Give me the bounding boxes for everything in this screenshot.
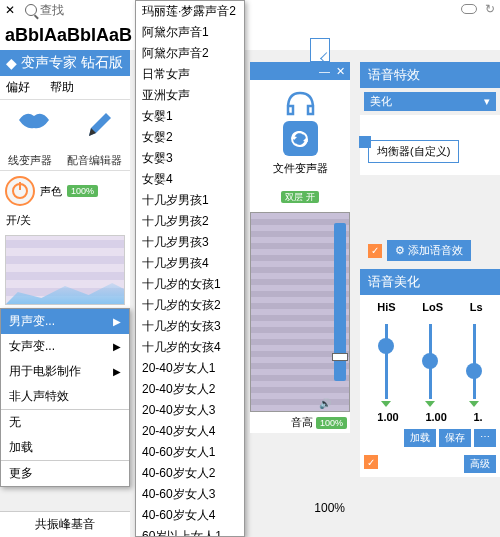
voice-preset-item[interactable]: 女婴4 (136, 169, 244, 190)
menu-preferences[interactable]: 偏好 (6, 79, 30, 96)
zoom-percent: 100% (250, 501, 350, 515)
voice-preset-item[interactable]: 60岁以上女人1 (136, 526, 244, 537)
voice-preset-item[interactable]: 阿黛尔声音1 (136, 22, 244, 43)
equalizer-tag[interactable]: 均衡器(自定义) (368, 140, 459, 163)
voice-preset-item[interactable]: 女婴2 (136, 127, 244, 148)
mid-waveform[interactable]: 🔊 (250, 212, 350, 412)
voice-preset-item[interactable]: 20-40岁女人4 (136, 421, 244, 442)
context-menu: 男声变...▶女声变...▶用于电影制作▶非人声特效无加载更多 (0, 308, 130, 487)
voice-preset-list[interactable]: 玛丽莲·梦露声音2阿黛尔声音1阿黛尔声音2日常女声亚洲女声女婴1女婴2女婴3女婴… (135, 0, 245, 537)
eq-slider[interactable] (376, 324, 396, 407)
voice-preset-item[interactable]: 十几岁的女孩2 (136, 295, 244, 316)
context-menu-item[interactable]: 非人声特效 (1, 384, 129, 409)
voice-preset-item[interactable]: 40-60岁女人4 (136, 505, 244, 526)
chevron-down-icon: ▾ (484, 95, 490, 108)
context-menu-item[interactable]: 女声变...▶ (1, 334, 129, 359)
refresh-icon[interactable] (283, 121, 318, 156)
voice-preset-item[interactable]: 十几岁男孩3 (136, 232, 244, 253)
select-label: 美化 (370, 94, 392, 109)
beautify-select[interactable]: 美化 ▾ (364, 92, 496, 111)
voice-preset-item[interactable]: 十几岁的女孩1 (136, 274, 244, 295)
refresh-small-icon[interactable]: ↻ (485, 2, 495, 16)
style-gallery[interactable]: aBbIAaBbIAaB (0, 20, 500, 50)
context-menu-item[interactable]: 更多 (1, 460, 129, 486)
eq-buttons: 加载 保存 ⋯ (360, 425, 500, 451)
brush-icon[interactable] (81, 108, 116, 143)
clear-icon[interactable]: ✕ (5, 3, 15, 17)
mid-titlebar: — ✕ (250, 62, 350, 80)
tool-icons (0, 100, 130, 151)
eq-label: HiS (377, 301, 395, 313)
waveform-area (0, 230, 130, 310)
power-button[interactable] (5, 176, 35, 206)
voice-preset-item[interactable]: 阿黛尔声音2 (136, 43, 244, 64)
tone-label: 声色 (40, 184, 62, 199)
close-icon[interactable]: ✕ (336, 65, 345, 78)
advanced-button[interactable]: 高级 (464, 455, 496, 473)
headphones-icon[interactable] (283, 88, 318, 116)
voice-preset-item[interactable]: 十几岁的女孩4 (136, 337, 244, 358)
beautify-header: 语音美化 (360, 269, 500, 295)
voice-preset-item[interactable]: 十几岁男孩4 (136, 253, 244, 274)
search-label: 查找 (40, 2, 64, 19)
middle-panel: — ✕ 文件变声器 双层 开 🔊 音高 100% (250, 62, 350, 433)
voice-preset-item[interactable]: 20-40岁女人2 (136, 379, 244, 400)
voice-preset-item[interactable]: 日常女声 (136, 64, 244, 85)
gear-icon: ⚙ (395, 244, 405, 257)
voice-preset-item[interactable]: 玛丽莲·梦露声音2 (136, 1, 244, 22)
voice-preset-item[interactable]: 40-60岁女人1 (136, 442, 244, 463)
voice-preset-item[interactable]: 20-40岁女人3 (136, 400, 244, 421)
menu-help[interactable]: 帮助 (50, 79, 74, 96)
file-changer-label: 文件变声器 (273, 161, 328, 176)
checkbox-on-2[interactable]: ✓ (364, 455, 378, 469)
app-title-bar: ◆ 变声专家 钻石版 (0, 50, 130, 76)
pitch-row: 音高 100% (250, 412, 350, 433)
eq-labels: HiSLoSLs (360, 295, 500, 319)
voice-preset-item[interactable]: 十几岁男孩2 (136, 211, 244, 232)
add-label: 添加语音效 (408, 243, 463, 258)
save-button[interactable]: 保存 (439, 429, 471, 447)
eq-slider[interactable] (420, 324, 440, 407)
top-toolbar: ✕ 查找 (0, 0, 500, 20)
document-cursor-icon[interactable] (310, 38, 330, 62)
context-menu-item[interactable]: 无 (1, 409, 129, 435)
checkbox-on[interactable]: ✓ (368, 244, 382, 258)
tool-labels: 线变声器 配音编辑器 (0, 151, 130, 171)
volume-slider[interactable] (334, 223, 346, 381)
slider-thumb[interactable] (332, 353, 348, 361)
lips-icon[interactable] (14, 108, 54, 133)
voice-preset-item[interactable]: 女婴3 (136, 148, 244, 169)
effects-header: 语音特效 (360, 62, 500, 88)
add-effect-row: ✓ ⚙ 添加语音效 (360, 235, 500, 266)
minimize-icon[interactable]: — (319, 65, 330, 77)
voice-preset-item[interactable]: 40-60岁女人3 (136, 484, 244, 505)
more-button[interactable]: ⋯ (474, 429, 496, 447)
voice-preset-item[interactable]: 亚洲女声 (136, 85, 244, 106)
advanced-row: ✓ 高级 (360, 451, 500, 477)
eq-values: 1.001.001. (360, 409, 500, 425)
context-menu-item[interactable]: 男声变...▶ (1, 309, 129, 334)
voice-preset-item[interactable]: 女婴1 (136, 106, 244, 127)
voice-preset-item[interactable]: 20-40岁女人1 (136, 358, 244, 379)
add-effect-button[interactable]: ⚙ 添加语音效 (387, 240, 471, 261)
voice-preset-item[interactable]: 十几岁男孩1 (136, 190, 244, 211)
eq-value: 1. (473, 411, 482, 423)
layer-badge[interactable]: 双层 开 (281, 191, 319, 203)
eq-label: LoS (422, 301, 443, 313)
search-box[interactable]: 查找 (25, 2, 64, 19)
voice-preset-item[interactable]: 40-60岁女人2 (136, 463, 244, 484)
search-icon (25, 4, 37, 16)
eq-slider[interactable] (464, 324, 484, 407)
context-menu-item[interactable]: 加载 (1, 435, 129, 460)
app-menu: 偏好 帮助 (0, 76, 130, 100)
editor-label: 配音编辑器 (67, 153, 122, 168)
power-row: 声色 100% (0, 171, 130, 211)
speaker-icon[interactable]: 🔊 (319, 398, 331, 409)
cloud-icon[interactable] (461, 4, 477, 14)
voice-preset-item[interactable]: 十几岁的女孩3 (136, 316, 244, 337)
load-button[interactable]: 加载 (404, 429, 436, 447)
context-menu-item[interactable]: 用于电影制作▶ (1, 359, 129, 384)
waveform-chart[interactable] (5, 235, 125, 305)
bottom-status: 共振峰基音 (0, 511, 130, 537)
pitch-label: 音高 (291, 416, 313, 428)
